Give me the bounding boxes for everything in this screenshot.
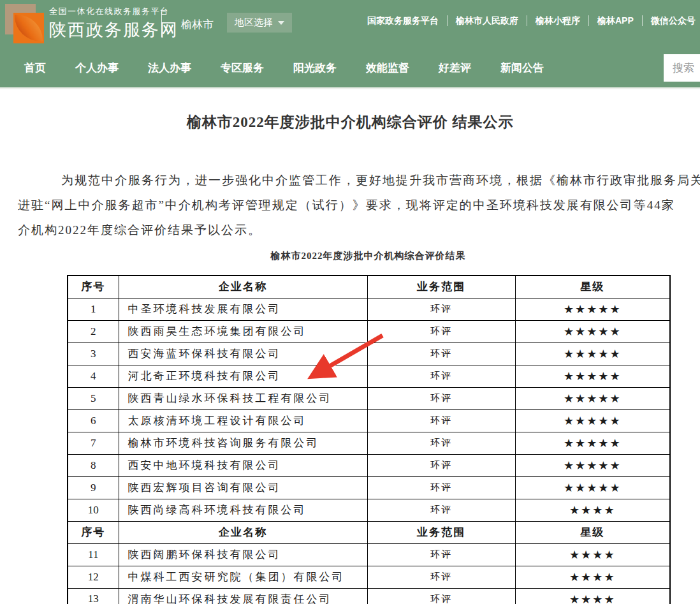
cell-star-rating: ★★★★ (515, 499, 670, 521)
cell-star-rating: ★★★★★ (515, 476, 670, 499)
cell-index: 12 (68, 566, 119, 588)
results-table-section: 榆林市2022年度涉批中介机构综合评价结果 序号企业名称业务范围星级1中圣环境科… (67, 250, 669, 604)
banner-link[interactable]: 榆林小程序 (536, 15, 580, 27)
cell-company-name: 榆林市环境科技咨询服务有限公司 (119, 432, 367, 454)
column-header: 序号 (68, 276, 119, 298)
cell-star-rating: ★★★★★ (515, 409, 670, 432)
paragraph-line: 为规范中介服务行为，进一步强化中介监管工作，更好地提升我市营商环境，根据《榆林市… (18, 168, 700, 193)
table-row: 13渭南华山环保科技发展有限责任公司环评★★★★ (68, 588, 670, 604)
cell-company-name: 渭南华山环保科技发展有限责任公司 (119, 588, 367, 604)
cell-company-name: 中煤科工西安研究院（集团）有限公司 (119, 566, 367, 588)
table-row: 5陕西青山绿水环保科技工程有限公司环评★★★★★ (68, 387, 670, 409)
nav-item[interactable]: 好差评 (439, 61, 471, 75)
banner-link[interactable]: 微信公众号 (651, 15, 696, 27)
cell-scope: 环评 (367, 454, 515, 476)
cell-index: 7 (68, 432, 119, 454)
column-header: 序号 (68, 521, 119, 543)
nav-item[interactable]: 新闻公告 (500, 61, 544, 75)
cell-index: 2 (68, 320, 119, 343)
cell-index: 11 (68, 543, 119, 566)
site-banner: 全国一体化在线政务服务平台 陕西政务服务网 榆林市 地区选择 国家政务服务平台榆… (0, 0, 700, 48)
brand-divider (161, 11, 162, 37)
nav-item[interactable]: 效能监督 (366, 61, 409, 75)
banner-link[interactable]: 榆林APP (597, 15, 634, 27)
cell-scope: 环评 (367, 566, 515, 588)
cell-company-name: 西安海蓝环保科技有限公司 (119, 343, 367, 365)
site-name: 陕西政务服务网 (49, 18, 179, 41)
evaluation-table: 序号企业名称业务范围星级1中圣环境科技发展有限公司环评★★★★★2陕西雨昊生态环… (67, 275, 671, 604)
cell-index: 4 (68, 365, 119, 387)
paragraph-line: 介机构2022年度综合评价结果予以公示。 (18, 217, 700, 242)
page-title: 榆林市2022年度涉批中介机构综合评价 结果公示 (0, 112, 700, 132)
cell-scope: 环评 (367, 543, 515, 566)
cell-star-rating: ★★★★ (515, 566, 670, 588)
main-nav: 首页个人办事法人办事专区服务阳光政务效能监督好差评新闻公告 (0, 48, 700, 89)
table-row: 8西安中地环境科技有限公司环评★★★★★ (68, 454, 670, 476)
cell-scope: 环评 (367, 499, 515, 521)
search-input[interactable] (664, 54, 700, 82)
table-row: 9陕西宏辉项目咨询有限公司环评★★★★★ (68, 476, 670, 499)
cell-star-rating: ★★★★★ (515, 343, 670, 365)
cell-star-rating: ★★★★ (515, 588, 670, 604)
nav-items: 首页个人办事法人办事专区服务阳光政务效能监督好差评新闻公告 (0, 48, 700, 75)
cell-scope: 环评 (367, 343, 515, 365)
table-row: 6太原核清环境工程设计有限公司环评★★★★★ (68, 409, 670, 432)
cell-scope: 环评 (367, 320, 515, 343)
cell-company-name: 陕西雨昊生态环境集团有限公司 (119, 320, 367, 343)
cell-star-rating: ★★★★★ (515, 320, 670, 343)
cell-star-rating: ★★★★★ (515, 365, 670, 387)
cell-star-rating: ★★★★★ (515, 298, 670, 320)
table-row: 11陕西阔鹏环保科技有限公司环评★★★★ (68, 543, 670, 566)
region-select-button[interactable]: 地区选择 (227, 13, 292, 33)
table-caption: 榆林市2022年度涉批中介机构综合评价结果 (67, 250, 669, 262)
cell-company-name: 陕西尚绿高科环境科技有限公司 (119, 499, 367, 521)
nav-item[interactable]: 法人办事 (148, 61, 191, 75)
cell-index: 13 (68, 588, 119, 604)
table-row: 7榆林市环境科技咨询服务有限公司环评★★★★★ (68, 432, 670, 454)
banner-links: 国家政务服务平台榆林市人民政府榆林小程序榆林APP微信公众号注册 (367, 15, 700, 27)
column-header: 业务范围 (367, 276, 515, 298)
nav-item[interactable]: 个人办事 (75, 61, 119, 75)
column-header: 企业名称 (119, 521, 367, 543)
banner-link[interactable]: 榆林市人民政府 (456, 15, 518, 27)
cell-scope: 环评 (367, 365, 515, 387)
cell-company-name: 西安中地环境科技有限公司 (119, 454, 367, 476)
nav-item[interactable]: 首页 (24, 61, 46, 75)
cell-company-name: 太原核清环境工程设计有限公司 (119, 409, 367, 432)
cell-star-rating: ★★★★★ (515, 387, 670, 409)
link-divider (527, 15, 527, 26)
column-header: 业务范围 (367, 521, 515, 543)
link-divider (642, 15, 643, 26)
cell-company-name: 陕西青山绿水环保科技工程有限公司 (119, 387, 367, 409)
column-header: 企业名称 (119, 276, 367, 298)
table-row: 4河北奇正环境科技有限公司环评★★★★★ (68, 365, 670, 387)
cell-index: 8 (68, 454, 119, 476)
cell-index: 5 (68, 387, 119, 409)
cell-scope: 环评 (367, 409, 515, 432)
cell-index: 3 (68, 343, 119, 365)
table-row: 2陕西雨昊生态环境集团有限公司环评★★★★★ (68, 320, 670, 343)
nav-item[interactable]: 阳光政务 (293, 61, 337, 75)
cell-index: 1 (68, 298, 119, 320)
cell-company-name: 中圣环境科技发展有限公司 (119, 298, 367, 320)
chevron-down-icon (278, 21, 284, 25)
table-row: 12中煤科工西安研究院（集团）有限公司环评★★★★ (68, 566, 670, 588)
cell-company-name: 陕西宏辉项目咨询有限公司 (119, 476, 367, 499)
cell-scope: 环评 (367, 588, 515, 604)
cell-star-rating: ★★★★ (515, 543, 670, 566)
table-header-row: 序号企业名称业务范围星级 (68, 521, 670, 543)
platform-label: 全国一体化在线政务服务平台 (49, 6, 179, 17)
cell-scope: 环评 (367, 387, 515, 409)
announcement-body: 为规范中介服务行为，进一步强化中介监管工作，更好地提升我市营商环境，根据《榆林市… (0, 168, 700, 242)
cell-company-name: 河北奇正环境科技有限公司 (119, 365, 367, 387)
brand-block: 全国一体化在线政务服务平台 陕西政务服务网 (49, 6, 179, 41)
link-divider (447, 15, 448, 26)
current-city-label: 榆林市 (181, 17, 214, 32)
cell-company-name: 陕西阔鹏环保科技有限公司 (119, 543, 367, 566)
paragraph-line: 进驻“网上中介服务超市”中介机构考评管理规定（试行）》要求，现将评定的中圣环境科… (18, 193, 700, 217)
cell-star-rating: ★★★★★ (515, 454, 670, 476)
table-header-row: 序号企业名称业务范围星级 (68, 276, 670, 298)
banner-link[interactable]: 国家政务服务平台 (367, 15, 439, 27)
cell-index: 10 (68, 499, 119, 521)
nav-item[interactable]: 专区服务 (221, 61, 264, 75)
